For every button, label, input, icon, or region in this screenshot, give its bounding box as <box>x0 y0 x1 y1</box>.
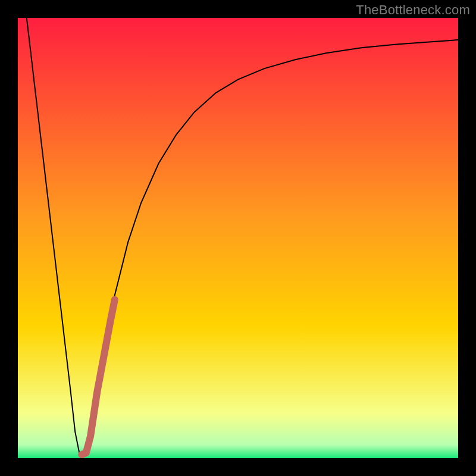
plot-background <box>18 18 458 458</box>
chart-container: TheBottleneck.com <box>0 0 476 476</box>
watermark-text: TheBottleneck.com <box>356 2 470 18</box>
chart-svg <box>0 0 476 476</box>
